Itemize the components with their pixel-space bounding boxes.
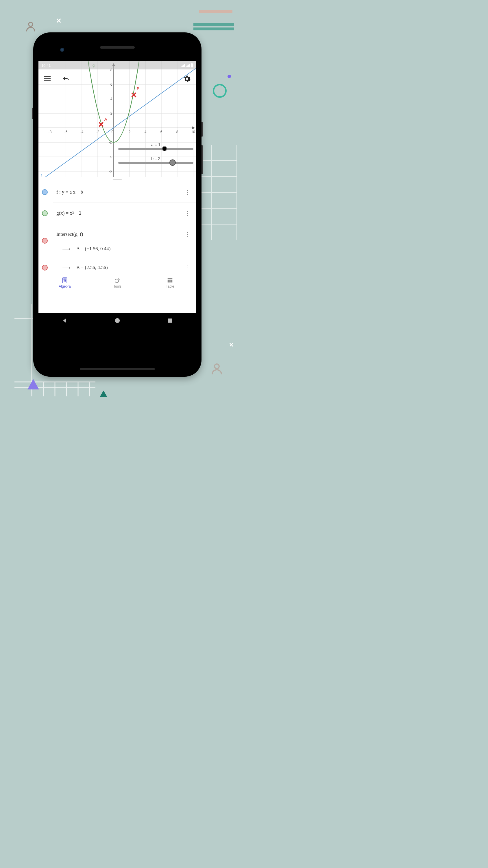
bg-circle-shape [213,84,227,98]
tools-icon [114,277,121,283]
expression-row-g[interactable]: g(x) = x² − 2 ⋮ [53,203,196,224]
expression-g[interactable]: g(x) = x² − 2 [56,210,183,216]
status-time: 10:41 [41,63,181,68]
android-nav-bar [38,313,196,328]
svg-marker-23 [100,391,107,397]
expression-row-intersect[interactable]: Intersect(g, f) ⋮ ⟶ A = (−1.56, 0.44) [53,224,196,257]
phone-button [32,107,33,119]
slider-a[interactable]: a = 1 [118,142,193,150]
svg-rect-90 [168,318,172,323]
nav-home-icon[interactable] [114,317,121,324]
svg-text:4: 4 [110,97,112,101]
more-icon[interactable]: ⋮ [183,186,193,198]
bg-person-icon [210,362,224,376]
graph-toolbar [38,71,196,86]
svg-marker-22 [28,379,39,390]
svg-text:-8: -8 [48,130,52,134]
svg-text:-2: -2 [96,130,99,134]
phone-button [201,122,203,136]
point-a[interactable]: A [99,117,107,126]
more-icon[interactable]: ⋮ [183,228,193,240]
status-bar: 10:41 [38,61,196,69]
svg-text:-6: -6 [109,169,112,173]
nav-recent-icon[interactable] [167,317,173,324]
slider-b-label: b = 2 [118,156,193,161]
svg-text:10: 10 [191,130,195,134]
svg-text:6: 6 [160,130,162,134]
calculator-icon [62,277,68,283]
undo-icon[interactable] [62,76,70,81]
svg-point-81 [64,281,65,282]
table-icon [167,277,173,283]
slider-b-thumb[interactable] [169,159,176,166]
nav-back-icon[interactable] [62,317,68,324]
svg-marker-88 [63,318,66,323]
svg-point-79 [65,280,66,281]
point-b[interactable]: B [132,87,139,97]
panel-drag-handle[interactable] [113,179,122,180]
curve-f-label: f [41,173,42,177]
phone-frame: 10:41 [33,32,201,377]
bg-person-icon [25,20,37,32]
slider-b[interactable]: b = 2 [118,156,193,164]
bottom-tab-bar: Algebra Tools Table [38,274,196,292]
menu-icon[interactable] [44,76,51,81]
slider-a-track[interactable] [118,148,193,150]
more-icon[interactable]: ⋮ [183,208,193,219]
svg-point-80 [64,281,64,282]
graph-view[interactable]: -8 -6 -4 -2 0 2 4 6 8 10 -6 -4 -2 2 4 6 [38,61,196,177]
expression-f[interactable]: f : y = a x + b [56,189,183,195]
svg-rect-86 [169,280,171,282]
slider-a-thumb[interactable] [162,146,167,151]
svg-rect-26 [193,28,234,30]
svg-text:-4: -4 [80,130,84,134]
result-b: B = (2.56, 4.56) [76,265,183,271]
svg-point-83 [115,279,119,283]
bg-close-icon: ✕ [229,341,234,348]
settings-icon[interactable] [184,75,191,82]
svg-rect-76 [63,279,66,280]
arrow-right-icon: ⟶ [62,245,70,252]
bg-triangle-shape [100,391,107,397]
bg-bars-shape [193,10,234,30]
tab-algebra[interactable]: Algebra [38,274,91,292]
svg-rect-27 [191,64,193,67]
svg-point-77 [64,280,64,281]
svg-text:4: 4 [144,130,147,134]
tab-tools[interactable]: Tools [91,274,144,292]
svg-text:2: 2 [129,130,131,134]
svg-text:-4: -4 [109,155,112,159]
svg-rect-85 [168,280,169,282]
more-icon[interactable]: ⋮ [183,262,193,273]
tab-tools-label: Tools [113,284,122,288]
expression-row-f[interactable]: f : y = a x + b ⋮ [53,182,196,203]
tab-table[interactable]: Table [144,274,196,292]
slider-a-label: a = 1 [118,142,193,147]
bg-dot-shape [228,75,231,78]
result-a-row: ⟶ A = (−1.56, 0.44) [56,245,193,252]
svg-rect-87 [171,280,172,282]
phone-speaker [80,368,155,370]
svg-text:-6: -6 [64,130,68,134]
phone-button [201,145,203,174]
phone-camera [60,48,64,52]
svg-point-89 [115,318,120,323]
visibility-toggle-a[interactable] [42,238,48,244]
slider-panel: a = 1 b = 2 [118,142,193,170]
expression-intersect[interactable]: Intersect(g, f) [56,231,183,237]
bg-triangle-shape [28,379,39,390]
slider-b-track[interactable] [118,162,193,164]
tab-algebra-label: Algebra [59,284,70,288]
bg-close-icon: ✕ [56,17,62,25]
arrow-right-icon: ⟶ [62,264,70,271]
svg-point-0 [29,22,33,26]
visibility-toggle-f[interactable] [42,189,48,195]
visibility-toggle-g[interactable] [42,210,48,216]
svg-rect-28 [191,63,193,64]
visibility-toggle-b[interactable] [42,265,48,271]
bg-grid-shape [199,145,237,240]
svg-point-21 [215,364,219,369]
tab-table-label: Table [166,284,174,288]
svg-point-82 [65,281,66,282]
algebra-panel: f : y = a x + b ⋮ g(x) = x² − 2 ⋮ Inters… [38,182,196,292]
